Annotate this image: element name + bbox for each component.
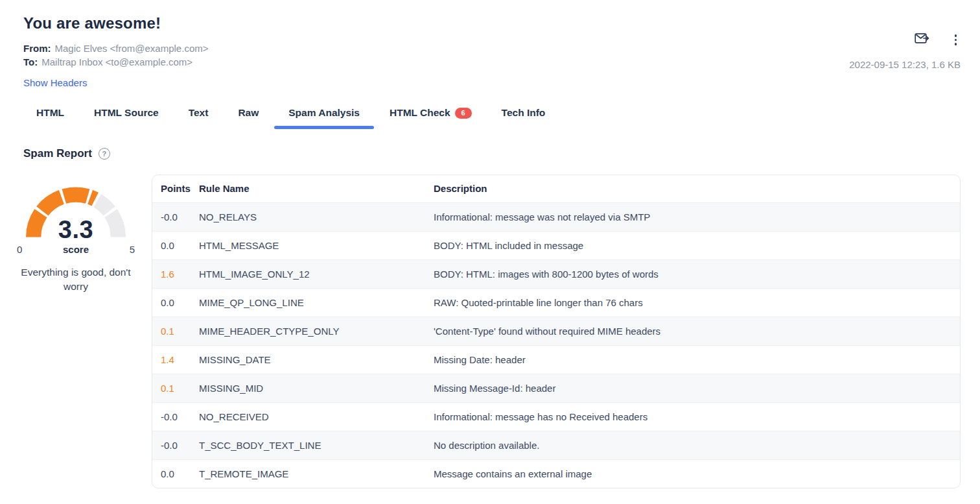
tab-label: Text <box>189 107 209 119</box>
from-row: From: Magic Elves <from@example.com> <box>23 42 980 55</box>
rule-name: T_REMOTE_IMAGE <box>199 459 434 488</box>
spam-rules-table-container: PointsRule NameDescription -0.0NO_RELAYS… <box>152 174 961 488</box>
from-label: From: <box>23 42 51 55</box>
rule-points: -0.0 <box>152 202 199 231</box>
column-header-rule-name: Rule Name <box>199 175 434 202</box>
tab-spam-analysis[interactable]: Spam Analysis <box>274 103 374 129</box>
tab-html-check[interactable]: HTML Check6 <box>375 103 486 129</box>
rule-description: Missing Date: header <box>434 345 960 374</box>
question-circle-icon[interactable]: ? <box>99 148 110 160</box>
header-actions <box>913 31 961 49</box>
tab-label: HTML <box>36 107 64 119</box>
column-header-description: Description <box>434 175 960 202</box>
rule-description: Informational: message has no Received h… <box>434 402 960 431</box>
rule-description: Informational: message was not relayed v… <box>434 202 960 231</box>
rule-name: HTML_IMAGE_ONLY_12 <box>199 259 434 288</box>
from-value: Magic Elves <from@example.com> <box>55 42 209 55</box>
rule-name: MISSING_MID <box>199 374 434 402</box>
forward-email-button[interactable] <box>913 31 931 49</box>
rule-name: NO_RECEIVED <box>199 402 434 431</box>
rule-name: MIME_HEADER_CTYPE_ONLY <box>199 317 434 345</box>
active-tab-underline <box>274 126 374 129</box>
email-view-page: You are awesome! 2022-09-15 12:23, 1.6 K… <box>0 14 980 504</box>
forward-email-icon <box>915 32 930 47</box>
rule-description: Message contains an external image <box>434 459 960 488</box>
rule-points: -0.0 <box>152 431 199 459</box>
to-label: To: <box>23 55 38 69</box>
kebab-menu-icon <box>955 34 957 37</box>
rule-points: 0.1 <box>152 374 199 402</box>
table-row: -0.0NO_RECEIVEDInformational: message ha… <box>152 402 960 431</box>
rule-points: 0.0 <box>152 288 199 317</box>
spam-report-header: Spam Report ? <box>23 147 980 160</box>
rule-description: 'Content-Type' found without required MI… <box>434 317 960 345</box>
rule-description: Missing Message-Id: header <box>434 374 960 402</box>
tab-label: Raw <box>238 107 259 119</box>
email-subject: You are awesome! <box>23 14 980 32</box>
spam-score-gauge: 3.3 <box>20 182 132 239</box>
gauge-empty-segment <box>97 200 109 211</box>
rule-points: 1.6 <box>152 259 199 288</box>
rule-points: 0.0 <box>152 231 199 259</box>
gauge-min-label: 0 <box>17 244 22 255</box>
rule-name: HTML_MESSAGE <box>199 231 434 259</box>
tab-count-badge: 6 <box>455 108 472 119</box>
rule-name: MISSING_DATE <box>199 345 434 374</box>
gauge-score-label: score <box>63 244 89 255</box>
rule-name: T_SCC_BODY_TEXT_LINE <box>199 431 434 459</box>
to-row: To: Mailtrap Inbox <to@example.com> <box>23 55 980 69</box>
table-row: 0.0MIME_QP_LONG_LINERAW: Quoted-printabl… <box>152 288 960 317</box>
rule-description: RAW: Quoted-printable line longer than 7… <box>434 288 960 317</box>
gauge-filled-segment <box>64 195 88 197</box>
tab-label: HTML Check <box>390 107 450 119</box>
tab-label: Spam Analysis <box>288 107 360 119</box>
rule-name: MIME_QP_LONG_LINE <box>199 288 434 317</box>
tab-html[interactable]: HTML <box>22 103 78 129</box>
tab-text[interactable]: Text <box>174 103 223 129</box>
table-row: 1.6HTML_IMAGE_ONLY_12BODY: HTML: images … <box>152 259 960 288</box>
table-row: 0.1MIME_HEADER_CTYPE_ONLY'Content-Type' … <box>152 317 960 345</box>
table-row: 0.1MISSING_MIDMissing Message-Id: header <box>152 374 960 402</box>
table-row: -0.0T_SCC_BODY_TEXT_LINENo description a… <box>152 431 960 459</box>
tab-label: Tech Info <box>502 107 546 119</box>
spam-rules-table: PointsRule NameDescription -0.0NO_RELAYS… <box>152 175 960 488</box>
tab-html-source[interactable]: HTML Source <box>80 103 173 129</box>
address-block: From: Magic Elves <from@example.com> To:… <box>23 42 980 69</box>
rule-points: 0.0 <box>152 459 199 488</box>
show-headers-link[interactable]: Show Headers <box>23 77 87 88</box>
gauge-filled-segment <box>90 197 95 199</box>
spam-score-value: 3.3 <box>20 216 132 244</box>
table-row: 1.4MISSING_DATEMissing Date: header <box>152 345 960 374</box>
email-view-tabs: HTMLHTML SourceTextRawSpam AnalysisHTML … <box>0 103 980 129</box>
gauge-filled-segment <box>42 197 62 211</box>
gauge-scale: 0 score 5 <box>17 244 135 255</box>
rule-points: -0.0 <box>152 402 199 431</box>
rule-name: NO_RELAYS <box>199 202 434 231</box>
tab-raw[interactable]: Raw <box>224 103 273 129</box>
column-header-points: Points <box>152 175 199 202</box>
to-value: Mailtrap Inbox <to@example.com> <box>41 55 192 69</box>
spam-verdict-message: Everything is good, don't worry <box>8 265 143 294</box>
spam-report-title: Spam Report <box>23 147 92 160</box>
table-row: -0.0NO_RELAYSInformational: message was … <box>152 202 960 231</box>
rule-description: BODY: HTML: images with 800-1200 bytes o… <box>434 259 960 288</box>
spam-report-content: 3.3 0 score 5 Everything is good, don't … <box>0 174 980 488</box>
rule-description: No description available. <box>434 431 960 459</box>
table-row: 0.0HTML_MESSAGEBODY: HTML included in me… <box>152 231 960 259</box>
rule-description: BODY: HTML included in message <box>434 231 960 259</box>
table-header-row: PointsRule NameDescription <box>152 175 960 202</box>
rule-points: 1.4 <box>152 345 199 374</box>
table-row: 0.0T_REMOTE_IMAGEMessage contains an ext… <box>152 459 960 488</box>
message-date-size: 2022-09-15 12:23, 1.6 KB <box>849 59 961 70</box>
spam-score-panel: 3.3 0 score 5 Everything is good, don't … <box>0 174 152 294</box>
tab-label: HTML Source <box>94 107 159 119</box>
more-options-button[interactable] <box>951 32 961 47</box>
rule-points: 0.1 <box>152 317 199 345</box>
tab-tech-info[interactable]: Tech Info <box>487 103 560 129</box>
gauge-max-label: 5 <box>130 244 135 255</box>
